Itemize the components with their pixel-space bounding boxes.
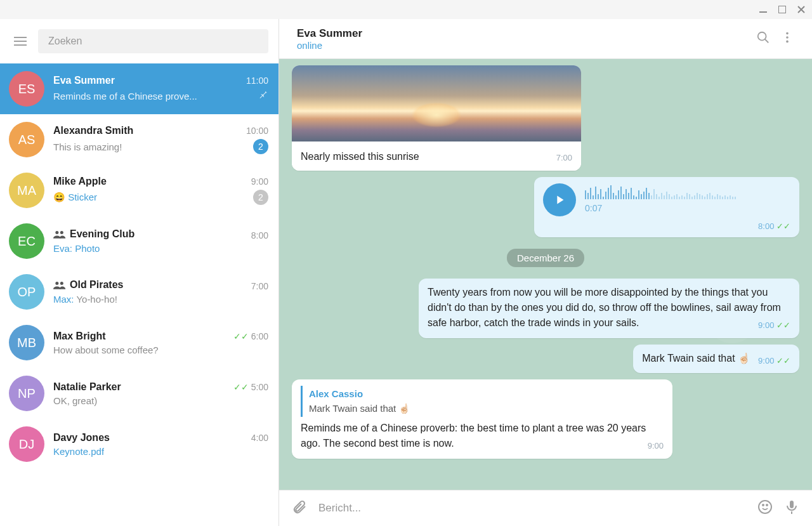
read-checks-icon: ✓✓ — [776, 320, 790, 330]
avatar[interactable]: OP — [9, 274, 44, 310]
preview-link: Photo — [75, 243, 100, 254]
read-checks-icon: ✓✓ — [233, 331, 249, 341]
svg-rect-0 — [759, 11, 767, 13]
svg-point-2 — [55, 231, 58, 234]
message-text[interactable]: Mark Twain said that ☝🏻 9:00 ✓✓ — [633, 345, 799, 374]
chat-item[interactable]: ESEva Summer11:00Reminds me of a Chinese… — [0, 63, 278, 114]
chat-time: 6:00 — [251, 331, 268, 341]
chat-time: 10:00 — [246, 126, 268, 136]
date-separator: December 26 — [292, 249, 799, 267]
search-icon[interactable] — [751, 25, 775, 52]
chat-name-text: Eva Summer — [53, 75, 115, 86]
unread-badge: 2 — [253, 190, 268, 205]
avatar[interactable]: EC — [9, 223, 44, 259]
compose-bar: Bericht... — [279, 490, 812, 526]
svg-point-11 — [759, 501, 771, 513]
emoji-icon[interactable] — [757, 499, 773, 517]
avatar[interactable]: ES — [9, 71, 44, 107]
avatar[interactable]: MA — [9, 173, 44, 208]
message-voice[interactable]: 0:07 8:00 ✓✓ — [534, 177, 799, 238]
avatar[interactable]: NP — [9, 376, 44, 411]
svg-rect-1 — [778, 6, 786, 13]
chat-time: 11:00 — [246, 76, 268, 86]
svg-point-10 — [786, 41, 789, 43]
message-reply[interactable]: Alex Cassio Mark Twain said that ☝🏻 Remi… — [292, 379, 672, 459]
menu-icon[interactable] — [14, 37, 27, 46]
chat-name-text: Max Bright — [53, 331, 106, 342]
chat-time: 7:00 — [251, 281, 268, 291]
message-time: 7:00 — [556, 152, 572, 164]
sidebar: Zoeken ESEva Summer11:00Reminds me of a … — [0, 19, 279, 526]
svg-point-4 — [55, 282, 58, 285]
svg-point-12 — [763, 504, 764, 506]
unread-badge: 2 — [253, 139, 268, 154]
voice-duration: 0:07 — [585, 202, 790, 215]
avatar[interactable]: MB — [9, 325, 44, 360]
voice-waveform[interactable] — [585, 184, 790, 199]
message-input[interactable]: Bericht... — [318, 502, 746, 515]
chat-item[interactable]: MAMike Apple9:00😄 Sticker2 — [0, 165, 278, 216]
chat-time: 9:00 — [251, 176, 268, 187]
avatar[interactable]: DJ — [9, 426, 44, 462]
preview-link: Sticker — [68, 192, 97, 202]
minimize-button[interactable] — [759, 5, 768, 14]
message-text[interactable]: Twenty years from now you will be more d… — [419, 279, 799, 338]
message-time: 9:00 ✓✓ — [758, 319, 790, 332]
svg-point-8 — [786, 32, 789, 35]
read-checks-icon: ✓✓ — [776, 221, 790, 231]
read-checks-icon: ✓✓ — [776, 356, 790, 365]
pin-icon — [257, 91, 268, 102]
chat-item[interactable]: MBMax Bright✓✓ 6:00How about some coffee… — [0, 317, 278, 368]
group-icon — [53, 230, 66, 239]
chat-name-text: Alexandra Smith — [53, 125, 133, 136]
chat-list[interactable]: ESEva Summer11:00Reminds me of a Chinese… — [0, 63, 278, 526]
svg-line-7 — [765, 39, 769, 43]
svg-point-5 — [60, 282, 63, 285]
svg-point-3 — [60, 231, 63, 234]
emoji-icon: 😄 — [53, 192, 65, 202]
chat-name-text: Davy Jones — [53, 432, 110, 444]
chat-time: 4:00 — [251, 433, 268, 443]
avatar[interactable]: AS — [9, 122, 44, 157]
preview-sender: Max: — [53, 294, 76, 305]
chat-item[interactable]: ASAlexandra Smith10:00This is amazing!2 — [0, 114, 278, 165]
svg-point-9 — [786, 36, 789, 39]
search-input[interactable]: Zoeken — [38, 29, 268, 53]
chat-header-name[interactable]: Eva Summer — [297, 27, 751, 40]
chat-name-text: Mike Apple — [53, 176, 107, 187]
chat-name-text: Evening Club — [70, 228, 134, 240]
chat-item[interactable]: OPOld Pirates7:00Max: Yo-ho-ho! — [0, 266, 278, 317]
photo-caption-text: Nearly missed this sunrise — [301, 149, 419, 164]
microphone-icon[interactable] — [784, 499, 799, 517]
reply-quote[interactable]: Alex Cassio Mark Twain said that ☝🏻 — [301, 386, 664, 417]
message-time: 9:00 ✓✓ — [758, 355, 790, 367]
group-icon — [53, 280, 66, 289]
message-time: 9:00 — [648, 440, 664, 452]
chat-name-text: Old Pirates — [70, 279, 123, 291]
preview-sender: Eva: — [53, 243, 75, 254]
svg-point-6 — [758, 32, 766, 41]
hand-emoji: ☝🏻 — [738, 353, 750, 364]
more-icon[interactable] — [775, 25, 799, 52]
window-titlebar — [0, 0, 812, 19]
close-button[interactable] — [797, 5, 806, 14]
attach-icon[interactable] — [292, 499, 307, 517]
reply-sender: Alex Cassio — [309, 387, 657, 402]
chat-item[interactable]: DJDavy Jones4:00Keynote.pdf — [0, 419, 278, 470]
sunrise-photo[interactable] — [292, 65, 581, 141]
chat-item[interactable]: ECEvening Club8:00Eva: Photo — [0, 216, 278, 266]
read-checks-icon: ✓✓ — [233, 382, 249, 392]
chat-time: 5:00 — [251, 382, 268, 392]
svg-point-13 — [766, 504, 768, 506]
chat-time: 8:00 — [251, 230, 268, 240]
preview-link: Keynote.pdf — [53, 446, 104, 457]
message-photo[interactable]: Nearly missed this sunrise 7:00 — [292, 65, 581, 171]
messages-area[interactable]: Nearly missed this sunrise 7:00 — [279, 59, 812, 490]
message-time: 8:00 ✓✓ — [758, 220, 790, 233]
chat-item[interactable]: NPNatalie Parker✓✓ 5:00OK, great) — [0, 368, 278, 419]
play-icon[interactable] — [543, 183, 576, 216]
chat-header-status: online — [297, 40, 751, 51]
chat-name-text: Natalie Parker — [53, 381, 121, 393]
maximize-button[interactable] — [778, 5, 787, 14]
chat-header: Eva Summer online — [279, 19, 812, 59]
